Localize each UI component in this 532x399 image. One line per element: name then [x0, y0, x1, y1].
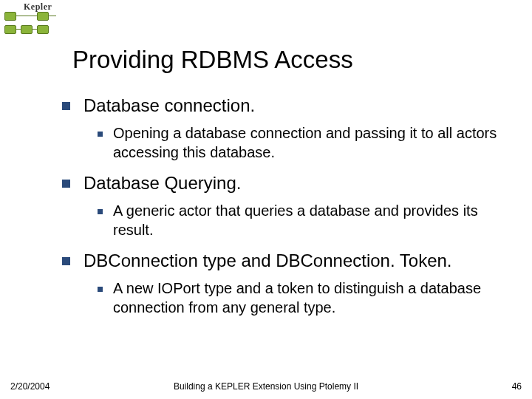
square-bullet-icon [62, 257, 70, 265]
sub-bullet-item: A new IOPort type and a token to disting… [98, 279, 510, 317]
sub-bullet-item: A generic actor that queries a database … [98, 202, 510, 239]
sub-bullet-text: A generic actor that queries a database … [113, 202, 510, 239]
square-bullet-icon [98, 209, 103, 214]
footer-page-number: 46 [512, 381, 522, 392]
square-bullet-icon [62, 180, 70, 188]
slide-content: Database connection. Opening a database … [62, 95, 510, 322]
square-bullet-icon [98, 132, 103, 137]
slide-footer: 2/20/2004 Building a KEPLER Extension Us… [0, 377, 532, 392]
square-bullet-icon [62, 102, 70, 110]
sub-bullet-text: Opening a database connection and passin… [113, 124, 510, 162]
footer-title: Building a KEPLER Extension Using Ptolem… [0, 381, 532, 392]
logo-graphic [4, 12, 64, 35]
bullet-text: Database Querying. [83, 172, 241, 194]
logo: Kepler [4, 1, 71, 35]
bullet-text: Database connection. [83, 95, 255, 117]
square-bullet-icon [98, 287, 103, 292]
sub-bullet-item: Opening a database connection and passin… [98, 124, 510, 162]
sub-bullet-text: A new IOPort type and a token to disting… [113, 279, 510, 317]
slide-title: Providing RDBMS Access [72, 46, 353, 74]
bullet-item: DBConnection type and DBConnection. Toke… [62, 250, 510, 272]
bullet-item: Database Querying. [62, 172, 510, 194]
bullet-item: Database connection. [62, 95, 510, 117]
logo-text: Kepler [24, 1, 52, 13]
bullet-text: DBConnection type and DBConnection. Toke… [83, 250, 452, 272]
